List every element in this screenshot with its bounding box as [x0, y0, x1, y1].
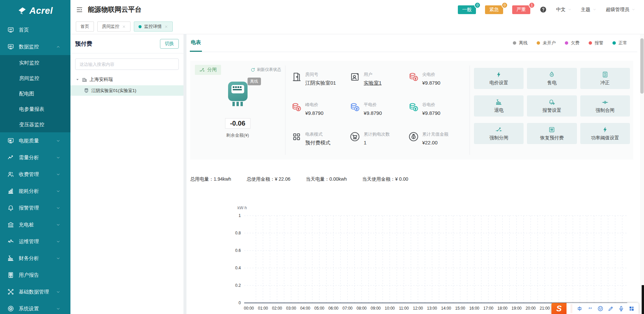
sidebar-item-power-quality[interactable]: 电能质量 — [0, 132, 70, 149]
sidebar-item-ops-management[interactable]: 运维管理 — [0, 233, 70, 250]
language-dropdown[interactable]: 中文 — [556, 7, 572, 13]
legend-dot-offline — [513, 41, 516, 45]
meter-detail-panel: 电表 离线未开户欠费报警正常 分闸 刷新仪表状态 — [186, 34, 637, 314]
screen-edge-strip — [642, 285, 644, 314]
alarm-badge-label: 严重 — [517, 7, 526, 12]
sidebar-item-demand-analysis[interactable]: 需量分析 — [0, 149, 70, 166]
action-label: 报警设置 — [542, 107, 561, 114]
tab-meter[interactable]: 电表 — [190, 34, 202, 52]
field-sharp-price: 尖电价¥9.8790 — [409, 72, 467, 86]
action-label: 冲正 — [600, 80, 610, 86]
device-tree: 上海安科瑞 江阴实验室01(实验室1) — [70, 74, 183, 96]
close-icon[interactable] — [122, 25, 126, 29]
handwriting-icon[interactable] — [608, 306, 614, 312]
action-alarm-setting-button[interactable]: 报警设置 — [527, 95, 577, 117]
emoji-icon[interactable] — [597, 306, 603, 312]
action-force-close-button[interactable]: 强制合闸 — [580, 95, 630, 117]
tree-node-room-selected[interactable]: 江阴实验室01(实验室1) — [70, 85, 183, 96]
sogou-logo[interactable]: S — [551, 303, 567, 314]
switch-button[interactable]: 切换 — [160, 39, 179, 49]
sidebar-item-user-report[interactable]: 用户报告 — [0, 267, 70, 283]
alarm-badge-severe[interactable]: 严重1 — [512, 5, 530, 14]
field-label: 峰电价 — [305, 102, 323, 108]
action-force-open-button[interactable]: 强制分闸 — [474, 123, 524, 144]
bag-circle-icon — [409, 132, 419, 142]
stat-total-amount: 总使用金额：¥ 22.06 — [247, 176, 290, 182]
x-tick-label: 16:00 — [469, 306, 479, 311]
mode-grid-icon — [291, 132, 302, 142]
action-restore-prepay-button[interactable]: 恢复预付费 — [527, 123, 577, 144]
field-text: 尖电价¥9.8790 — [422, 72, 440, 86]
voice-icon[interactable] — [618, 306, 624, 312]
field-value[interactable]: 实验室1 — [364, 80, 381, 86]
ops-icon — [7, 238, 14, 245]
home-icon — [7, 27, 14, 33]
sidebar-item-fee-management[interactable]: 收费管理 — [0, 166, 70, 183]
action-reversal-button[interactable]: 冲正 — [580, 68, 630, 89]
tree-node-company[interactable]: 上海安科瑞 — [70, 74, 183, 85]
sidebar-item-charging-pile[interactable]: 充电桩 — [0, 216, 70, 233]
sidebar-item-home[interactable]: 首页 — [0, 21, 70, 38]
legend-dot-unopened — [537, 41, 540, 45]
user-dropdown[interactable]: 超级管理员 — [606, 7, 635, 13]
punctuation-icon[interactable] — [587, 306, 593, 312]
finance-icon — [7, 255, 14, 262]
field-text: 电表模式预付费模式 — [305, 131, 330, 146]
language-label: 中文 — [556, 7, 566, 13]
sidebar-item-system-settings[interactable]: 系统设置 — [0, 300, 70, 314]
search-input[interactable] — [75, 58, 179, 70]
help-icon[interactable] — [540, 6, 547, 13]
alarm-badge-general[interactable]: 一般0 — [458, 5, 476, 14]
switch-close-icon — [602, 99, 608, 105]
field-user: 用户实验室1 — [350, 72, 408, 86]
close-icon[interactable] — [164, 25, 168, 29]
page-title: 能源物联网云平台 — [88, 5, 142, 14]
chevron-down-icon — [56, 172, 60, 177]
page-tabs: 首页房间监控监控详情 — [70, 19, 644, 34]
sidebar-subitem-distribution-diagram[interactable]: 配电图 — [0, 86, 70, 101]
sidebar-subitem-transformer-monitoring[interactable]: 变压器监控 — [0, 117, 70, 132]
sidebar-subitem-parameter-report[interactable]: 电参量报表 — [0, 101, 70, 117]
field-value: 预付费模式 — [305, 140, 330, 146]
field-label: 累计购电次数 — [364, 131, 390, 137]
field-valley-price: 谷电价¥9.8790 — [409, 102, 467, 116]
sidebar-item-finance-analysis[interactable]: 财务分析 — [0, 250, 70, 267]
tab-home[interactable]: 首页 — [76, 21, 94, 32]
x-tick-label: 06:00 — [328, 306, 338, 311]
prepay-panel: 预付费 切换 上海安科瑞 江阴实验室01(实验室1) — [70, 34, 186, 314]
tab-monitoring-detail[interactable]: 监控详情 — [134, 21, 173, 32]
x-tick-label: 07:00 — [342, 306, 353, 311]
tab-label: 监控详情 — [144, 24, 162, 30]
action-power-threshold-button[interactable]: 功率阈值设置 — [580, 123, 630, 144]
stat-value: 1.94kwh — [214, 176, 231, 182]
tab-room-monitoring[interactable]: 房间监控 — [97, 21, 130, 32]
sidebar-item-alarm-management[interactable]: 报警管理 — [0, 199, 70, 216]
x-tick-label: 13:00 — [427, 306, 437, 311]
theme-dropdown[interactable]: 主题 — [581, 7, 596, 13]
action-refund-power-button[interactable]: 退电 — [474, 95, 524, 117]
sidebar-subitem-room-monitoring[interactable]: 房间监控 — [0, 71, 70, 86]
theme-label: 主题 — [581, 7, 590, 13]
sidebar-item-data-monitoring[interactable]: 数据监控 — [0, 38, 70, 55]
toolbox-icon[interactable] — [629, 306, 635, 312]
field-value: 1 — [364, 140, 390, 145]
scrollbar-thumb[interactable] — [640, 38, 644, 94]
chinese-mode-icon[interactable] — [577, 306, 583, 312]
action-price-setting-button[interactable]: 电价设置 — [474, 68, 524, 89]
refresh-meter-status-button[interactable]: 刷新仪表状态 — [251, 67, 281, 73]
coins-icon — [291, 102, 302, 112]
legend-label: 正常 — [619, 40, 627, 46]
sidebar-item-label: 系统设置 — [19, 306, 39, 312]
action-sell-power-button[interactable]: 售电 — [527, 68, 577, 89]
field-meter-mode: 电表模式预付费模式 — [291, 131, 350, 146]
sidebar-item-base-data[interactable]: 基础数据管理 — [0, 283, 70, 300]
sidebar-item-label: 电能质量 — [19, 138, 39, 144]
stat-label: 总用电量： — [190, 176, 214, 182]
sidebar-item-energy-analysis[interactable]: 能耗分析 — [0, 183, 70, 199]
menu-fold-icon[interactable] — [76, 6, 83, 13]
refund-icon — [495, 99, 502, 105]
sidebar-subitem-realtime-monitoring[interactable]: 实时监控 — [0, 55, 70, 71]
x-tick-label: 14:00 — [441, 306, 451, 311]
active-tab-dot — [139, 25, 142, 28]
alarm-badge-urgent[interactable]: 紧急0 — [485, 5, 503, 14]
